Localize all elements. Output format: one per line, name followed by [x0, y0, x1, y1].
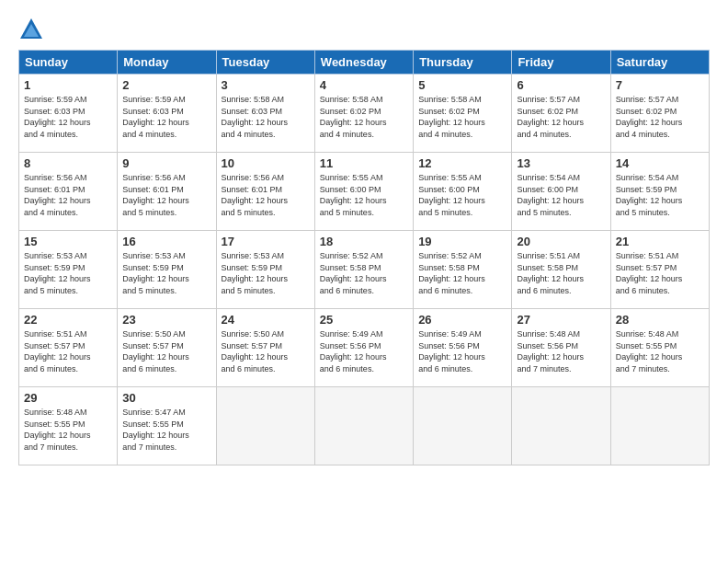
day-number: 23 — [122, 313, 210, 327]
calendar-cell: 6Sunrise: 5:57 AMSunset: 6:02 PMDaylight… — [512, 75, 610, 153]
cell-text: Sunrise: 5:56 AMSunset: 6:01 PMDaylight:… — [222, 172, 310, 218]
calendar-cell: 11Sunrise: 5:55 AMSunset: 6:00 PMDayligh… — [314, 153, 413, 231]
calendar-cell — [314, 387, 413, 465]
cell-text: Sunrise: 5:59 AMSunset: 6:03 PMDaylight:… — [24, 94, 112, 140]
calendar-cell: 26Sunrise: 5:49 AMSunset: 5:56 PMDayligh… — [414, 309, 512, 387]
cell-text: Sunrise: 5:53 AMSunset: 5:59 PMDaylight:… — [122, 250, 210, 296]
calendar-cell: 2Sunrise: 5:59 AMSunset: 6:03 PMDaylight… — [118, 75, 216, 153]
day-number: 9 — [122, 156, 210, 170]
calendar-cell: 14Sunrise: 5:54 AMSunset: 5:59 PMDayligh… — [610, 153, 709, 231]
calendar-cell — [216, 387, 314, 465]
calendar-cell: 21Sunrise: 5:51 AMSunset: 5:57 PMDayligh… — [610, 231, 709, 309]
calendar-cell: 20Sunrise: 5:51 AMSunset: 5:58 PMDayligh… — [512, 231, 610, 309]
week-row-1: 8Sunrise: 5:56 AMSunset: 6:01 PMDaylight… — [19, 153, 710, 231]
day-number: 27 — [517, 313, 605, 327]
calendar-cell: 7Sunrise: 5:57 AMSunset: 6:02 PMDaylight… — [610, 75, 709, 153]
calendar-cell: 4Sunrise: 5:58 AMSunset: 6:02 PMDaylight… — [314, 75, 413, 153]
calendar-cell: 29Sunrise: 5:48 AMSunset: 5:55 PMDayligh… — [19, 387, 118, 465]
logo — [18, 17, 48, 42]
calendar-cell — [610, 387, 709, 465]
day-number: 18 — [320, 235, 408, 248]
day-number: 5 — [418, 78, 506, 92]
header-row: SundayMondayTuesdayWednesdayThursdayFrid… — [19, 51, 710, 75]
cell-text: Sunrise: 5:49 AMSunset: 5:56 PMDaylight:… — [320, 328, 408, 374]
day-number: 12 — [418, 156, 506, 170]
cell-text: Sunrise: 5:52 AMSunset: 5:58 PMDaylight:… — [320, 250, 408, 296]
day-number: 14 — [616, 156, 704, 170]
calendar-cell: 27Sunrise: 5:48 AMSunset: 5:56 PMDayligh… — [512, 309, 610, 387]
cell-text: Sunrise: 5:50 AMSunset: 5:57 PMDaylight:… — [222, 328, 310, 374]
calendar-cell: 24Sunrise: 5:50 AMSunset: 5:57 PMDayligh… — [216, 309, 314, 387]
cell-text: Sunrise: 5:58 AMSunset: 6:02 PMDaylight:… — [418, 94, 506, 140]
cell-text: Sunrise: 5:48 AMSunset: 5:55 PMDaylight:… — [24, 407, 112, 453]
day-header-monday: Monday — [118, 51, 216, 75]
cell-text: Sunrise: 5:55 AMSunset: 6:00 PMDaylight:… — [320, 172, 408, 218]
day-number: 24 — [222, 313, 310, 327]
calendar-cell: 3Sunrise: 5:58 AMSunset: 6:03 PMDaylight… — [216, 75, 314, 153]
day-number: 11 — [320, 156, 408, 170]
day-number: 1 — [24, 78, 112, 92]
day-number: 6 — [517, 78, 605, 92]
day-header-tuesday: Tuesday — [216, 51, 314, 75]
cell-text: Sunrise: 5:51 AMSunset: 5:57 PMDaylight:… — [616, 250, 704, 296]
cell-text: Sunrise: 5:54 AMSunset: 6:00 PMDaylight:… — [517, 172, 605, 218]
calendar-cell: 1Sunrise: 5:59 AMSunset: 6:03 PMDaylight… — [19, 75, 118, 153]
day-number: 20 — [517, 235, 605, 248]
calendar-cell: 30Sunrise: 5:47 AMSunset: 5:55 PMDayligh… — [118, 387, 216, 465]
day-header-thursday: Thursday — [414, 51, 512, 75]
day-number: 16 — [122, 235, 210, 248]
calendar-cell: 16Sunrise: 5:53 AMSunset: 5:59 PMDayligh… — [118, 231, 216, 309]
calendar-table: SundayMondayTuesdayWednesdayThursdayFrid… — [18, 50, 710, 465]
calendar-cell: 25Sunrise: 5:49 AMSunset: 5:56 PMDayligh… — [314, 309, 413, 387]
day-number: 25 — [320, 313, 408, 327]
day-header-sunday: Sunday — [19, 51, 118, 75]
cell-text: Sunrise: 5:56 AMSunset: 6:01 PMDaylight:… — [122, 172, 210, 218]
cell-text: Sunrise: 5:51 AMSunset: 5:57 PMDaylight:… — [24, 328, 112, 374]
day-header-friday: Friday — [512, 51, 610, 75]
cell-text: Sunrise: 5:58 AMSunset: 6:02 PMDaylight:… — [320, 94, 408, 140]
day-number: 26 — [418, 313, 506, 327]
cell-text: Sunrise: 5:55 AMSunset: 6:00 PMDaylight:… — [418, 172, 506, 218]
day-number: 10 — [222, 156, 310, 170]
calendar-cell: 10Sunrise: 5:56 AMSunset: 6:01 PMDayligh… — [216, 153, 314, 231]
cell-text: Sunrise: 5:57 AMSunset: 6:02 PMDaylight:… — [517, 94, 605, 140]
calendar-cell: 19Sunrise: 5:52 AMSunset: 5:58 PMDayligh… — [414, 231, 512, 309]
week-row-4: 29Sunrise: 5:48 AMSunset: 5:55 PMDayligh… — [19, 387, 710, 465]
day-number: 3 — [222, 78, 310, 92]
day-number: 30 — [122, 391, 210, 405]
calendar-cell: 17Sunrise: 5:53 AMSunset: 5:59 PMDayligh… — [216, 231, 314, 309]
day-number: 19 — [418, 235, 506, 248]
cell-text: Sunrise: 5:50 AMSunset: 5:57 PMDaylight:… — [122, 328, 210, 374]
day-number: 15 — [24, 235, 112, 248]
cell-text: Sunrise: 5:48 AMSunset: 5:56 PMDaylight:… — [517, 328, 605, 374]
week-row-3: 22Sunrise: 5:51 AMSunset: 5:57 PMDayligh… — [19, 309, 710, 387]
cell-text: Sunrise: 5:57 AMSunset: 6:02 PMDaylight:… — [616, 94, 704, 140]
calendar-cell: 28Sunrise: 5:48 AMSunset: 5:55 PMDayligh… — [610, 309, 709, 387]
cell-text: Sunrise: 5:58 AMSunset: 6:03 PMDaylight:… — [222, 94, 310, 140]
calendar-cell: 12Sunrise: 5:55 AMSunset: 6:00 PMDayligh… — [414, 153, 512, 231]
logo-icon — [18, 17, 44, 42]
day-number: 2 — [122, 78, 210, 92]
cell-text: Sunrise: 5:56 AMSunset: 6:01 PMDaylight:… — [24, 172, 112, 218]
day-header-saturday: Saturday — [610, 51, 709, 75]
cell-text: Sunrise: 5:49 AMSunset: 5:56 PMDaylight:… — [418, 328, 506, 374]
cell-text: Sunrise: 5:54 AMSunset: 5:59 PMDaylight:… — [616, 172, 704, 218]
calendar-cell: 13Sunrise: 5:54 AMSunset: 6:00 PMDayligh… — [512, 153, 610, 231]
day-number: 29 — [24, 391, 112, 405]
cell-text: Sunrise: 5:53 AMSunset: 5:59 PMDaylight:… — [24, 250, 112, 296]
day-number: 17 — [222, 235, 310, 248]
cell-text: Sunrise: 5:51 AMSunset: 5:58 PMDaylight:… — [517, 250, 605, 296]
calendar-cell — [512, 387, 610, 465]
day-number: 8 — [24, 156, 112, 170]
day-number: 22 — [24, 313, 112, 327]
day-number: 21 — [616, 235, 704, 248]
calendar-cell: 15Sunrise: 5:53 AMSunset: 5:59 PMDayligh… — [19, 231, 118, 309]
cell-text: Sunrise: 5:48 AMSunset: 5:55 PMDaylight:… — [616, 328, 704, 374]
day-number: 7 — [616, 78, 704, 92]
calendar-cell: 5Sunrise: 5:58 AMSunset: 6:02 PMDaylight… — [414, 75, 512, 153]
page: SundayMondayTuesdayWednesdayThursdayFrid… — [0, 0, 728, 563]
day-number: 13 — [517, 156, 605, 170]
calendar-cell: 8Sunrise: 5:56 AMSunset: 6:01 PMDaylight… — [19, 153, 118, 231]
calendar-cell: 18Sunrise: 5:52 AMSunset: 5:58 PMDayligh… — [314, 231, 413, 309]
header — [18, 17, 710, 42]
